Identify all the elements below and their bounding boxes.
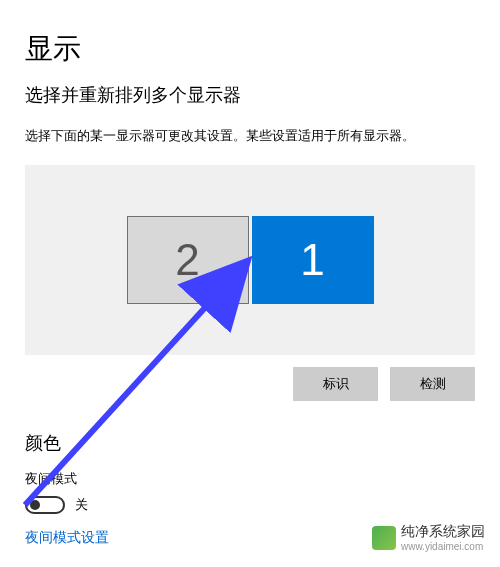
watermark-url: www.yidaimei.com bbox=[401, 541, 485, 552]
page-title: 显示 bbox=[25, 30, 475, 68]
display-arrangement-area[interactable]: 2 1 bbox=[25, 165, 475, 355]
monitor-2[interactable]: 2 bbox=[127, 216, 249, 304]
watermark: 纯净系统家园 www.yidaimei.com bbox=[372, 523, 485, 552]
watermark-logo-icon bbox=[372, 526, 396, 550]
night-mode-toggle[interactable] bbox=[25, 496, 65, 514]
description: 选择下面的某一显示器可更改其设置。某些设置适用于所有显示器。 bbox=[25, 127, 475, 145]
night-mode-label: 夜间模式 bbox=[25, 470, 475, 488]
watermark-brand: 纯净系统家园 bbox=[401, 523, 485, 541]
identify-button[interactable]: 标识 bbox=[293, 367, 378, 401]
detect-button[interactable]: 检测 bbox=[390, 367, 475, 401]
toggle-state-label: 关 bbox=[75, 496, 88, 514]
color-section-title: 颜色 bbox=[25, 431, 475, 455]
monitor-1[interactable]: 1 bbox=[252, 216, 374, 304]
subtitle: 选择并重新排列多个显示器 bbox=[25, 83, 475, 107]
